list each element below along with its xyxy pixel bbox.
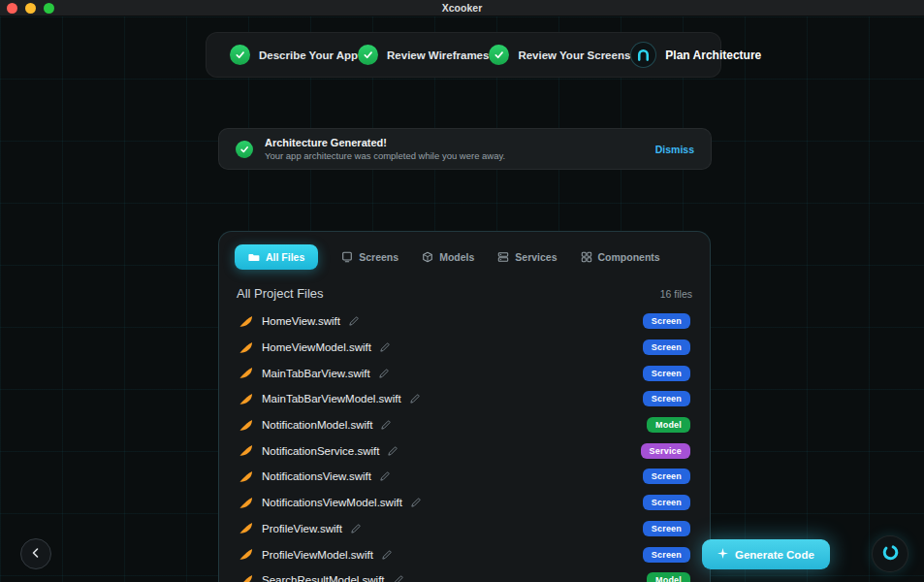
window-title: Xcooker <box>442 2 482 14</box>
tab-services[interactable]: Services <box>497 251 557 263</box>
file-name: MainTabBarView.swift <box>262 368 370 379</box>
edit-icon[interactable] <box>351 524 361 534</box>
sparkle-icon <box>717 548 728 561</box>
file-name: SearchResultModel.swift <box>262 574 385 582</box>
tab-screens[interactable]: Screens <box>341 251 398 263</box>
file-name: NotificationService.swift <box>262 445 379 457</box>
step-label: Review Your Screens <box>518 49 630 61</box>
files-panel: All Files Screens Models Services Compon… <box>218 231 711 582</box>
file-row[interactable]: NotificationsView.swift Screen <box>235 464 694 490</box>
file-row[interactable]: NotificationModel.swift Model <box>235 412 694 438</box>
file-name: MainTabBarViewModel.swift <box>262 393 401 404</box>
file-row[interactable]: ProfileViewModel.swift Screen <box>235 541 694 567</box>
swift-file-icon <box>239 496 253 510</box>
banner-subtitle: Your app architecture was completed whil… <box>265 150 505 161</box>
file-name: HomeViewModel.swift <box>262 341 371 353</box>
swift-file-icon <box>239 547 253 562</box>
step-plan-architecture[interactable]: Plan Architecture <box>630 42 761 68</box>
file-count: 16 files <box>660 288 692 300</box>
file-type-badge: Screen <box>643 521 690 536</box>
edit-icon[interactable] <box>394 575 403 582</box>
swift-file-icon <box>239 573 253 582</box>
tab-label: Screens <box>359 251 398 263</box>
file-name: HomeView.swift <box>262 315 340 327</box>
file-type-badge: Model <box>647 417 690 433</box>
dismiss-button[interactable]: Dismiss <box>655 144 694 155</box>
minimize-window-button[interactable] <box>25 3 36 14</box>
file-type-badge: Screen <box>643 391 690 406</box>
tab-models[interactable]: Models <box>422 251 474 263</box>
edit-icon[interactable] <box>410 394 420 404</box>
file-name: NotificationModel.swift <box>262 419 372 431</box>
check-icon <box>489 45 509 65</box>
swift-file-icon <box>239 340 253 355</box>
swift-file-icon <box>239 418 253 433</box>
generate-code-button[interactable]: Generate Code <box>702 539 830 569</box>
swift-file-icon <box>239 469 253 484</box>
file-row[interactable]: MainTabBarView.swift Screen <box>235 360 694 386</box>
check-icon <box>236 141 253 158</box>
check-icon <box>230 45 250 65</box>
step-review-your-screens[interactable]: Review Your Screens <box>489 45 630 65</box>
step-review-wireframes[interactable]: Review Wireframes <box>358 45 489 65</box>
edit-icon[interactable] <box>380 342 390 352</box>
xcooker-logo-icon <box>630 42 656 68</box>
edit-icon[interactable] <box>382 550 392 560</box>
file-type-badge: Screen <box>643 340 690 355</box>
list-title: All Project Files <box>237 286 324 301</box>
file-type-badge: Screen <box>643 313 690 329</box>
spinner-ring-icon <box>881 543 900 565</box>
generate-code-label: Generate Code <box>735 549 814 561</box>
step-label: Describe Your App <box>259 49 358 61</box>
list-header: All Project Files 16 files <box>235 286 694 301</box>
file-name: ProfileView.swift <box>262 523 342 534</box>
file-row[interactable]: HomeViewModel.swift Screen <box>235 335 694 361</box>
swift-file-icon <box>239 392 253 406</box>
swift-file-icon <box>239 314 253 329</box>
file-row[interactable]: NotificationsViewModel.swift Screen <box>235 490 694 516</box>
file-row[interactable]: ProfileView.swift Screen <box>235 516 694 542</box>
edit-icon[interactable] <box>380 471 390 481</box>
close-window-button[interactable] <box>7 3 17 14</box>
edit-icon[interactable] <box>349 316 359 326</box>
tab-all-files[interactable]: All Files <box>235 244 318 270</box>
assistant-button[interactable] <box>872 535 908 572</box>
components-icon <box>581 251 592 263</box>
file-row[interactable]: SearchResultModel.swift Model <box>235 567 694 582</box>
services-icon <box>497 251 509 263</box>
file-row[interactable]: NotificationService.swift Service <box>235 437 694 464</box>
check-icon <box>358 45 378 65</box>
file-type-badge: Screen <box>643 366 690 381</box>
edit-icon[interactable] <box>388 446 398 456</box>
zoom-window-button[interactable] <box>44 3 54 14</box>
tab-label: All Files <box>266 251 304 263</box>
swift-file-icon <box>239 521 253 535</box>
edit-icon[interactable] <box>379 369 389 378</box>
file-row[interactable]: MainTabBarViewModel.swift Screen <box>235 386 694 412</box>
file-name: NotificationsViewModel.swift <box>262 497 402 508</box>
chevron-left-icon <box>30 547 42 562</box>
file-type-badge: Model <box>647 572 690 582</box>
files-tab-bar: All Files Screens Models Services Compon… <box>235 244 694 270</box>
tab-components[interactable]: Components <box>581 251 660 263</box>
step-label: Plan Architecture <box>665 48 761 62</box>
step-label: Review Wireframes <box>387 49 489 61</box>
file-list: HomeView.swift Screen HomeViewModel.swif… <box>235 308 694 582</box>
file-name: ProfileViewModel.swift <box>262 549 373 561</box>
tab-label: Models <box>439 251 474 263</box>
file-type-badge: Service <box>641 443 690 459</box>
edit-icon[interactable] <box>381 420 391 430</box>
swift-file-icon <box>239 443 253 458</box>
file-row[interactable]: HomeView.swift Screen <box>235 308 694 335</box>
window-controls <box>7 3 54 14</box>
file-name: NotificationsView.swift <box>262 470 371 482</box>
back-button[interactable] <box>20 538 51 569</box>
edit-icon[interactable] <box>411 498 421 507</box>
file-type-badge: Screen <box>643 469 690 484</box>
wizard-stepper: Describe Your App Review Wireframes Revi… <box>206 32 721 78</box>
tab-label: Components <box>598 251 660 263</box>
architecture-generated-banner: Architecture Generated! Your app archite… <box>218 128 712 170</box>
models-icon <box>422 251 433 263</box>
folder-icon <box>248 251 260 263</box>
step-describe-your-app[interactable]: Describe Your App <box>230 45 358 65</box>
